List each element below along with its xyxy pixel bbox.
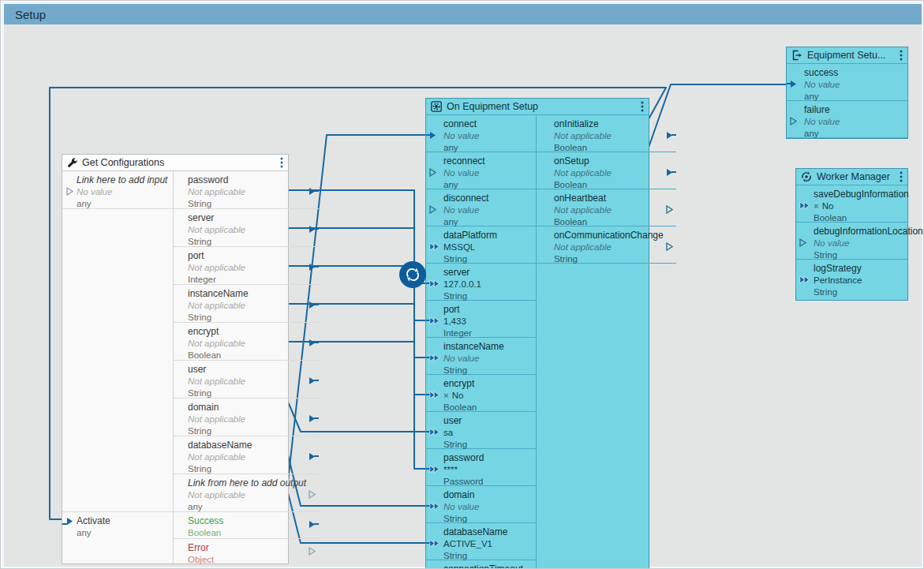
port-arrow-icon[interactable] bbox=[309, 520, 316, 529]
filled-port-arrow-icon[interactable] bbox=[309, 187, 316, 196]
double-port-arrow-icon[interactable] bbox=[429, 428, 440, 436]
port-success[interactable]: successNo valueany bbox=[787, 64, 907, 101]
port-value: Not applicable bbox=[554, 204, 664, 216]
port-name: logStrategy bbox=[814, 263, 895, 275]
port-user[interactable]: userNot applicableString bbox=[174, 361, 319, 399]
port-activate[interactable]: Activate any bbox=[62, 511, 173, 538]
port-value-text: No bbox=[452, 391, 464, 400]
double-port-arrow-icon[interactable] bbox=[429, 502, 440, 511]
filled-port-arrow-icon[interactable] bbox=[309, 263, 316, 271]
kebab-menu-icon[interactable] bbox=[900, 171, 903, 182]
port-instancename[interactable]: instanceNameNot applicableString bbox=[174, 285, 319, 323]
port-password[interactable]: password****Password bbox=[426, 449, 536, 486]
double-port-arrow-icon[interactable] bbox=[429, 465, 440, 474]
port-connectiontimeout[interactable]: connectionTimeout bbox=[426, 560, 536, 569]
empty-cell bbox=[62, 538, 173, 564]
kebab-menu-icon[interactable] bbox=[641, 101, 644, 112]
port-value: Not applicable bbox=[188, 376, 306, 387]
refresh-converter-badge[interactable] bbox=[399, 261, 426, 288]
kebab-menu-icon[interactable] bbox=[280, 157, 283, 168]
port-server[interactable]: server127.0.0.1String bbox=[426, 264, 536, 301]
port-success[interactable]: Success Boolean bbox=[174, 512, 319, 539]
port-connect[interactable]: connectNo valueany bbox=[426, 115, 536, 152]
hollow-port-arrow-icon[interactable] bbox=[666, 242, 673, 251]
hollow-port-arrow-icon[interactable] bbox=[666, 205, 673, 214]
port-onheartbeat[interactable]: onHeartbeatNot applicableBoolean bbox=[537, 189, 676, 226]
port-arrow-icon[interactable] bbox=[66, 517, 73, 526]
port-oncommunicationchange[interactable]: onCommunicationChangeNot applicableStrin… bbox=[537, 226, 676, 264]
node-header[interactable]: Get Configurations bbox=[62, 155, 288, 171]
hollow-port-arrow-icon[interactable] bbox=[309, 490, 316, 499]
port-value: 1,433 bbox=[443, 316, 523, 328]
port-domain[interactable]: domainNot applicableString bbox=[174, 399, 319, 436]
double-port-arrow-icon[interactable] bbox=[429, 279, 440, 288]
port-value: ×No bbox=[443, 390, 523, 402]
filled-port-arrow-icon[interactable] bbox=[309, 452, 316, 461]
port-name: encrypt bbox=[443, 378, 523, 390]
node-on-equipment-setup[interactable]: On Equipment Setup connectNo valueanyrec… bbox=[425, 98, 649, 569]
port-encrypt[interactable]: encryptNot applicableBoolean bbox=[174, 323, 319, 361]
port-dataplatform[interactable]: dataPlatformMSSQLString bbox=[426, 226, 536, 264]
port-oninitialize[interactable]: onInitializeNot applicableBoolean bbox=[537, 115, 676, 152]
filled-port-arrow-icon[interactable] bbox=[309, 376, 316, 385]
filled-port-arrow-icon[interactable] bbox=[666, 168, 673, 177]
double-port-arrow-icon[interactable] bbox=[429, 354, 440, 362]
node-header[interactable]: On Equipment Setup bbox=[426, 99, 649, 115]
filled-port-arrow-icon[interactable] bbox=[309, 225, 316, 234]
double-port-arrow-icon[interactable] bbox=[429, 539, 440, 548]
node-get-configurations[interactable]: Get Configurations Link here to add inpu… bbox=[62, 154, 289, 564]
port-user[interactable]: usersaString bbox=[426, 412, 536, 449]
port-name: user bbox=[443, 415, 523, 427]
port-failure[interactable]: failureNo valueany bbox=[787, 101, 907, 138]
port-port[interactable]: portNot applicableInteger bbox=[174, 247, 319, 285]
hollow-port-arrow-icon[interactable] bbox=[790, 117, 797, 125]
port-databasename[interactable]: databaseNameACTIVE_V1String bbox=[426, 523, 536, 560]
port-name: server bbox=[188, 212, 306, 224]
port-domain[interactable]: domainNo valueString bbox=[426, 486, 536, 523]
port-arrow-icon[interactable] bbox=[309, 547, 316, 556]
hollow-port-arrow-icon[interactable] bbox=[429, 168, 436, 177]
node-header[interactable]: Equipment Setu... bbox=[787, 47, 907, 64]
port-encrypt[interactable]: encrypt×NoBoolean bbox=[426, 375, 536, 412]
port-password[interactable]: passwordNot applicableString bbox=[174, 171, 319, 209]
port-value: Not applicable bbox=[554, 167, 664, 179]
filled-port-arrow-icon[interactable] bbox=[790, 80, 797, 88]
page-title: Setup bbox=[15, 8, 46, 21]
double-port-arrow-icon[interactable] bbox=[429, 242, 440, 251]
port-port[interactable]: port1,433Integer bbox=[426, 301, 536, 338]
node-worker-manager[interactable]: Worker Manager saveDebugInformation×NoBo… bbox=[795, 168, 908, 301]
hollow-port-arrow-icon[interactable] bbox=[429, 205, 436, 214]
port-disconnect[interactable]: disconnectNo valueany bbox=[426, 189, 536, 226]
node-header[interactable]: Worker Manager bbox=[796, 169, 907, 185]
filled-port-arrow-icon[interactable] bbox=[309, 301, 316, 309]
port-value: 127.0.0.1 bbox=[443, 279, 523, 290]
double-port-arrow-icon[interactable] bbox=[799, 201, 810, 210]
inputs-list: saveDebugInformation×NoBooleandebugInfor… bbox=[796, 185, 907, 297]
double-port-arrow-icon[interactable] bbox=[429, 316, 440, 325]
port-value: Not applicable bbox=[188, 300, 306, 312]
kebab-menu-icon[interactable] bbox=[900, 50, 903, 61]
port-value: Not applicable bbox=[188, 224, 306, 236]
filled-port-arrow-icon[interactable] bbox=[666, 131, 673, 140]
port-databasename[interactable]: databaseNameNot applicableString bbox=[174, 436, 319, 474]
port-onsetup[interactable]: onSetupNot applicableBoolean bbox=[537, 152, 676, 189]
port-link-from-here-to-add-output[interactable]: Link from here to add outputNot applicab… bbox=[174, 474, 319, 512]
port-name: success bbox=[804, 67, 895, 79]
port-debuginformationlocation[interactable]: debugInformationLocationNo valueString bbox=[796, 223, 907, 260]
double-port-arrow-icon[interactable] bbox=[429, 391, 440, 399]
port-add-input[interactable]: Link here to add input No value any bbox=[62, 171, 173, 209]
filled-port-arrow-icon[interactable] bbox=[309, 339, 316, 347]
port-error[interactable]: Error Object bbox=[174, 539, 319, 566]
filled-port-arrow-icon[interactable] bbox=[429, 131, 436, 140]
port-savedebuginformation[interactable]: saveDebugInformation×NoBoolean bbox=[796, 185, 907, 223]
port-instancename[interactable]: instanceNameNo valueString bbox=[426, 338, 536, 375]
port-reconnect[interactable]: reconnectNo valueany bbox=[426, 152, 536, 189]
port-arrow-icon[interactable] bbox=[66, 187, 73, 196]
hollow-port-arrow-icon[interactable] bbox=[799, 238, 806, 247]
port-server[interactable]: serverNot applicableString bbox=[174, 209, 319, 247]
node-equipment-setup[interactable]: Equipment Setu... successNo valueanyfail… bbox=[786, 47, 908, 139]
port-value: Not applicable bbox=[188, 338, 306, 350]
filled-port-arrow-icon[interactable] bbox=[309, 414, 316, 423]
double-port-arrow-icon[interactable] bbox=[799, 275, 810, 284]
port-logstrategy[interactable]: logStrategyPerInstanceString bbox=[796, 260, 907, 297]
